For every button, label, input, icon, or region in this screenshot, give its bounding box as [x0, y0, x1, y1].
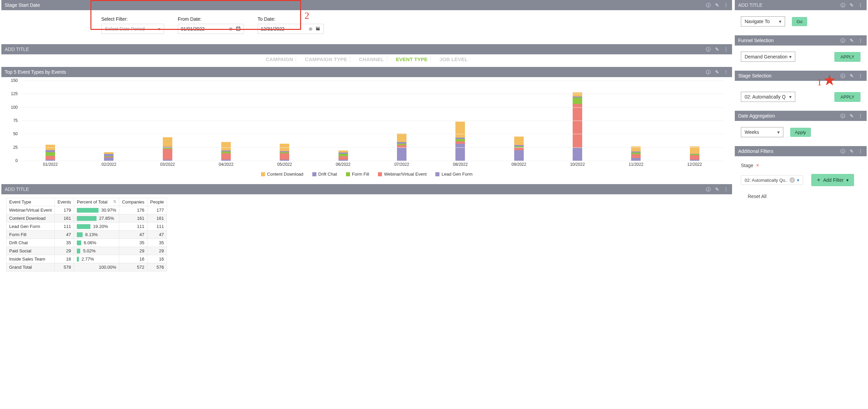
table-row[interactable]: Form Fill478.13%4747 [6, 231, 167, 239]
cell-percent: 19.20% [74, 223, 119, 231]
bar-segment [631, 158, 641, 161]
legend-item[interactable]: Content Download [261, 172, 303, 177]
cell-events: 35 [55, 239, 74, 247]
legend-label: Form Fill [352, 172, 369, 177]
tab-channel[interactable]: CHANNEL [356, 56, 387, 62]
edit-icon[interactable]: ✎ [714, 47, 720, 52]
bar-segment [573, 97, 582, 104]
edit-icon[interactable]: ✎ [849, 149, 854, 154]
funnel-dropdown[interactable]: Demand Generation [741, 52, 795, 62]
table-row[interactable]: Paid Social295.02%2929 [6, 247, 167, 255]
legend-item[interactable]: Webinar/Virtual Event [378, 172, 427, 177]
stage-apply-button[interactable]: APPLY [834, 92, 861, 102]
from-date-input[interactable]: 01/01/2022 ⊗ [178, 24, 244, 34]
select-date-period-dropdown[interactable]: Select Date Period ▾ [101, 24, 164, 34]
bar-segment [338, 154, 348, 157]
info-icon[interactable]: ⓘ [706, 3, 711, 7]
edit-icon[interactable]: ✎ [849, 38, 854, 43]
info-icon[interactable]: ⓘ [840, 3, 846, 7]
calendar-icon[interactable] [315, 26, 321, 32]
stage-start-date-panel: Stage Start Date ⓘ ✎ ⋮ Select Filter: Se… [1, 0, 732, 41]
panel-title: Top 5 Event Types by Events [5, 69, 706, 75]
table-row[interactable]: Drift Chat356.06%3535 [6, 239, 167, 247]
add-filter-button[interactable]: + Add Filter ▾ [811, 174, 854, 186]
remove-filter-icon[interactable]: × [756, 162, 759, 168]
col-header[interactable]: Events [55, 198, 74, 206]
dateagg-value: Weeks [745, 129, 759, 135]
edit-icon[interactable]: ✎ [714, 3, 720, 7]
table-row[interactable]: Webinar/Virtual Event17930.97%176177 [6, 206, 167, 214]
panel-title: Funnel Selection [738, 38, 840, 43]
more-icon[interactable]: ⋮ [723, 3, 729, 7]
table-row[interactable]: Inside Sales Team162.77%1616 [6, 255, 167, 263]
legend-item[interactable]: Lead Gen Form [435, 172, 472, 177]
cell-event-type: Grand Total [6, 263, 55, 271]
calendar-icon[interactable] [236, 26, 241, 32]
panel-title-placeholder[interactable]: ADD TITLE [5, 186, 706, 192]
info-icon[interactable]: ⓘ [840, 73, 846, 78]
go-button[interactable]: Go [792, 17, 807, 26]
legend-item[interactable]: Drift Chat [312, 172, 337, 177]
table-row[interactable]: Lead Gen Form11119.20%111111 [6, 223, 167, 231]
more-icon[interactable]: ⋮ [858, 3, 863, 7]
panel-header-table: ADD TITLE ⓘ ✎ ⋮ [1, 184, 732, 194]
funnel-apply-button[interactable]: APPLY [834, 52, 861, 62]
col-header[interactable]: Event Type [6, 198, 55, 206]
edit-icon[interactable]: ✎ [849, 3, 854, 7]
col-header[interactable]: Percent of Total⇅ [74, 198, 119, 206]
info-icon[interactable]: ⓘ [840, 38, 846, 43]
edit-icon[interactable]: ✎ [714, 70, 720, 74]
tab-event-type[interactable]: EVENT TYPE [393, 56, 431, 62]
edit-icon[interactable]: ✎ [849, 73, 854, 78]
bar-segment [338, 156, 348, 159]
stage-dropdown[interactable]: 02: Automatically Qualified [741, 92, 795, 102]
more-icon[interactable]: ⋮ [723, 70, 729, 74]
tab-campaign[interactable]: CAMPAIGN [263, 56, 296, 62]
clear-chip-icon[interactable]: × [789, 177, 795, 183]
bar-segment [46, 156, 55, 160]
col-header[interactable]: People [147, 198, 167, 206]
more-icon[interactable]: ⋮ [858, 38, 863, 43]
cell-companies: 16 [119, 255, 147, 263]
info-icon[interactable]: ⓘ [840, 113, 846, 118]
annotation-number-1: 1 [817, 77, 822, 88]
cell-people: 576 [147, 263, 167, 271]
info-icon[interactable]: ⓘ [706, 187, 711, 192]
edit-icon[interactable]: ✎ [849, 113, 854, 118]
table-row[interactable]: Content Download16127.85%161161 [6, 214, 167, 223]
panel-header-chart: Top 5 Event Types by Events ⓘ ✎ ⋮ [1, 67, 732, 77]
bar-segment [104, 158, 114, 161]
reset-all-link[interactable]: Reset All [740, 189, 862, 204]
info-icon[interactable]: ⓘ [706, 70, 711, 74]
cell-companies: 572 [119, 263, 147, 271]
dateagg-apply-button[interactable]: Apply [790, 128, 811, 137]
x-label: 09/2022 [490, 162, 548, 169]
clear-icon[interactable]: ⊗ [309, 26, 313, 32]
navigate-to-dropdown[interactable]: Navigate To [741, 16, 785, 26]
more-icon[interactable]: ⋮ [723, 187, 729, 192]
panel-title-placeholder[interactable]: ADD TITLE [5, 47, 706, 52]
to-date-input[interactable]: 12/31/2022 ⊗ [258, 24, 324, 34]
filter-chip-dropdown[interactable]: 02: Automatically Qu.. × ▾ [741, 175, 803, 185]
edit-icon[interactable]: ✎ [714, 187, 720, 192]
more-icon[interactable]: ⋮ [858, 73, 863, 78]
more-icon[interactable]: ⋮ [723, 47, 729, 52]
filter-chip-value: 02: Automatically Qu.. [745, 178, 787, 183]
panel-title-placeholder[interactable]: ADD TITLE [738, 2, 840, 8]
sort-desc-icon[interactable]: ⇅ [113, 199, 116, 204]
more-icon[interactable]: ⋮ [858, 113, 863, 118]
info-icon[interactable]: ⓘ [840, 149, 846, 154]
col-header[interactable]: Companies [119, 198, 147, 206]
legend-item[interactable]: Form Fill [346, 172, 369, 177]
more-icon[interactable]: ⋮ [858, 149, 863, 154]
dateagg-dropdown[interactable]: Weeks [741, 127, 783, 137]
cell-event-type: Lead Gen Form [6, 223, 55, 231]
cell-people: 35 [147, 239, 167, 247]
tab-campaign-type[interactable]: CAMPAIGN TYPE [302, 56, 350, 62]
clear-icon[interactable]: ⊗ [229, 26, 233, 32]
x-label: 02/2022 [80, 162, 138, 169]
to-date-field: To Date: 12/31/2022 ⊗ [258, 16, 324, 34]
cell-events: 111 [55, 223, 74, 231]
info-icon[interactable]: ⓘ [706, 47, 711, 52]
tab-job-level[interactable]: JOB LEVEL [437, 56, 470, 62]
